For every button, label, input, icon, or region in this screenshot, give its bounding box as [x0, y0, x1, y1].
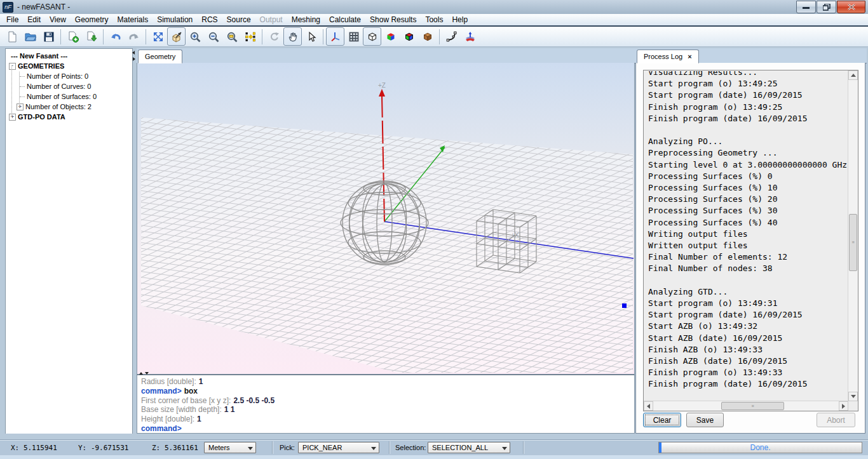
- fit-view-button[interactable]: [149, 27, 167, 46]
- console-input-line[interactable]: command>: [141, 423, 634, 433]
- scroll-left-button[interactable]: [644, 401, 653, 411]
- perspective-view-button[interactable]: [167, 27, 186, 46]
- horizontal-scroll-thumb[interactable]: ≡: [721, 402, 784, 410]
- selection-point[interactable]: [622, 303, 627, 308]
- progress-bar: Done.: [658, 442, 862, 453]
- command-console[interactable]: Radius [double]: 1 command> box First co…: [137, 375, 635, 434]
- tab-geometry[interactable]: Geometry: [138, 50, 182, 63]
- zoom-in-button[interactable]: [186, 27, 204, 46]
- menu-item-materials[interactable]: Materials: [113, 15, 153, 25]
- show-grid-button[interactable]: [344, 27, 363, 46]
- tab-process-log-label: Process Log: [644, 53, 682, 60]
- menu-item-edit[interactable]: Edit: [23, 15, 45, 25]
- pick-value: PICK_NEAR: [302, 444, 342, 451]
- collapse-down-icon[interactable]: [145, 372, 149, 375]
- tab-process-log[interactable]: Process Log ×: [637, 50, 699, 63]
- tree-item-points[interactable]: Number of Points: 0: [6, 71, 132, 81]
- tree-stub: [20, 76, 25, 77]
- wireframe-mode-button[interactable]: [363, 27, 381, 46]
- console-splitter[interactable]: [139, 372, 151, 376]
- tree-item-geometries[interactable]: - GEOMETRIES: [6, 61, 132, 71]
- undo-button[interactable]: [106, 27, 125, 46]
- process-log-text-area[interactable]: Visualizing Results... Start program (o)…: [644, 71, 848, 401]
- collapse-right-icon[interactable]: [133, 57, 135, 61]
- minimize-button[interactable]: [796, 1, 816, 13]
- rotate-view-button[interactable]: [265, 27, 283, 46]
- tree-item-gtd-po-data[interactable]: + GTD-PO DATA: [6, 112, 132, 122]
- selection-dropdown[interactable]: SELECTION_ALL: [428, 442, 510, 453]
- select-cursor-button[interactable]: [302, 27, 320, 46]
- tree-guide: [11, 65, 12, 117]
- menu-item-calculate[interactable]: Calculate: [325, 15, 365, 25]
- viewport-canvas[interactable]: [137, 63, 634, 373]
- show-axes-button[interactable]: [326, 27, 344, 46]
- toolbar: [0, 27, 868, 47]
- geometry-viewport[interactable]: +Z +X: [137, 63, 635, 375]
- console-value: 1: [199, 377, 203, 386]
- app-icon: nF: [3, 2, 13, 13]
- tree-item-curves[interactable]: Number of Curves: 0: [6, 81, 132, 91]
- window-title: - newFASANT -: [17, 3, 70, 11]
- log-vertical-scrollbar[interactable]: ≡: [848, 70, 858, 401]
- menu-item-meshing[interactable]: Meshing: [287, 15, 325, 25]
- textured-cube-icon: [422, 31, 433, 43]
- restore-button[interactable]: [817, 1, 836, 13]
- textured-mode-button[interactable]: [418, 27, 437, 46]
- menu-item-tools[interactable]: Tools: [421, 15, 447, 25]
- menu-item-show-results[interactable]: Show Results: [365, 15, 421, 25]
- pan-hand-icon: [287, 31, 299, 43]
- scroll-down-button[interactable]: [848, 392, 858, 401]
- log-horizontal-scrollbar[interactable]: ≡: [644, 401, 848, 411]
- fit-view-icon: [153, 31, 164, 43]
- normals-tool-button[interactable]: [461, 27, 479, 46]
- pick-dropdown[interactable]: PICK_NEAR: [298, 442, 379, 453]
- add-geometry-button[interactable]: [64, 27, 82, 46]
- tree-item-objects[interactable]: + Number of Objects: 2: [6, 102, 132, 112]
- expand-up-icon[interactable]: [139, 372, 143, 375]
- tree-item-surfaces[interactable]: Number of Surfaces: 0: [6, 91, 132, 102]
- tree-item-root[interactable]: --- New Fasant ---: [6, 51, 132, 61]
- pan-view-button[interactable]: [283, 27, 302, 46]
- import-geometry-button[interactable]: [82, 27, 100, 46]
- panel-splitter[interactable]: [132, 48, 137, 438]
- units-dropdown[interactable]: Meters: [204, 442, 256, 453]
- vertical-scroll-thumb[interactable]: ≡: [849, 214, 857, 271]
- expand-expander-icon[interactable]: +: [9, 114, 16, 121]
- clear-button[interactable]: Clear: [643, 413, 681, 427]
- save-button[interactable]: Save: [686, 413, 724, 427]
- new-file-button[interactable]: [3, 27, 21, 46]
- save-file-button[interactable]: [39, 27, 58, 46]
- tree-item-label: Number of Objects: 2: [24, 103, 92, 110]
- toolbar-separator: [103, 29, 104, 44]
- menu-item-file[interactable]: File: [2, 15, 23, 25]
- collapse-expander-icon[interactable]: -: [9, 63, 16, 70]
- menu-item-rcs[interactable]: RCS: [197, 15, 222, 25]
- console-value: 1: [197, 415, 201, 423]
- menu-item-view[interactable]: View: [45, 15, 71, 25]
- curvature-tool-button[interactable]: [442, 27, 461, 46]
- expand-expander-icon[interactable]: +: [17, 103, 24, 110]
- scroll-right-button[interactable]: [839, 401, 848, 411]
- collapse-left-icon[interactable]: [132, 51, 135, 55]
- tab-close-icon[interactable]: ×: [688, 53, 691, 60]
- swap-view-icon: [245, 31, 256, 43]
- redo-button[interactable]: [125, 27, 143, 46]
- open-file-button[interactable]: [21, 27, 39, 46]
- solid-mode-button[interactable]: [381, 27, 400, 46]
- process-log-lines: Visualizing Results... Start program (o)…: [648, 71, 848, 390]
- arrow-right-icon: [842, 404, 845, 409]
- zoom-out-button[interactable]: [204, 27, 222, 46]
- scroll-up-button[interactable]: [848, 70, 858, 80]
- selection-label: Selection:: [395, 444, 426, 451]
- z-axis-label: +Z: [378, 82, 386, 89]
- swap-view-button[interactable]: [241, 27, 259, 46]
- close-button[interactable]: [837, 1, 865, 13]
- tree-item-label: Number of Curves: 0: [25, 83, 91, 90]
- minimize-icon: [803, 4, 810, 10]
- menu-item-help[interactable]: Help: [447, 15, 472, 25]
- menu-item-source[interactable]: Source: [222, 15, 255, 25]
- solid-edges-mode-button[interactable]: [400, 27, 418, 46]
- menu-item-geometry[interactable]: Geometry: [71, 15, 113, 25]
- zoom-window-button[interactable]: [222, 27, 241, 46]
- menu-item-simulation[interactable]: Simulation: [153, 15, 197, 25]
